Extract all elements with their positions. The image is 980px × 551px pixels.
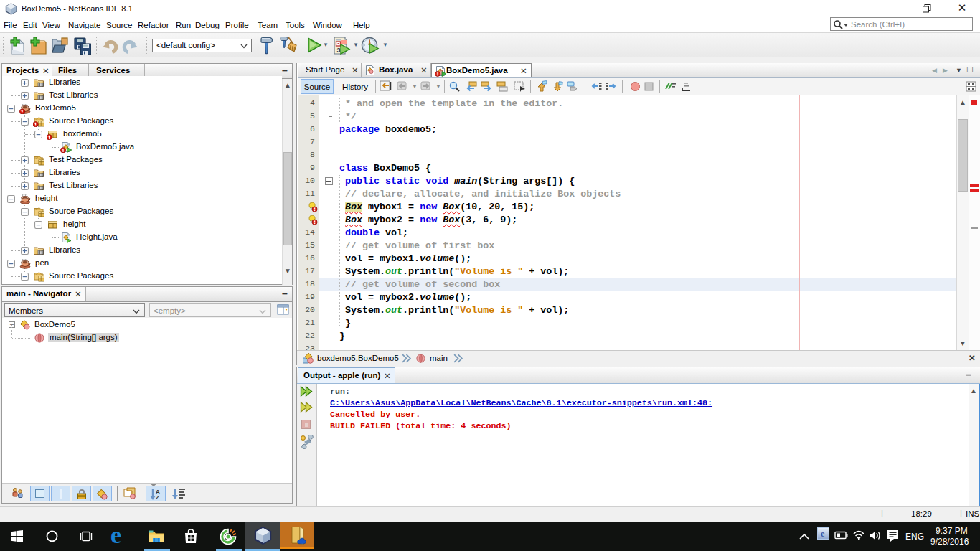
svg-text:Z: Z	[156, 494, 159, 501]
svg-text:3: 3	[337, 47, 341, 54]
